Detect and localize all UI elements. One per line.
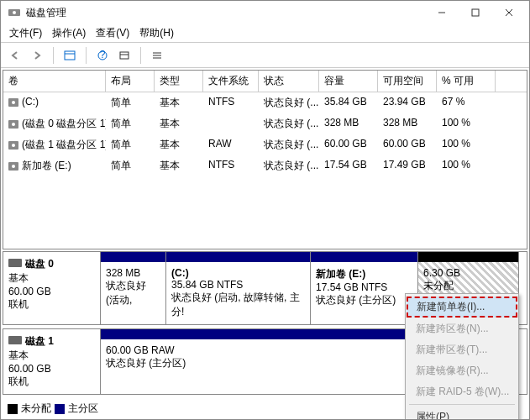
partition[interactable]: (C:)35.84 GB NTFS状态良好 (启动, 故障转储, 主分! [166,252,311,324]
partition[interactable]: 328 MB状态良好 (活动, [101,252,166,324]
col-pct[interactable]: % 可用 [437,71,496,92]
legend-unalloc: 未分配 [21,402,51,416]
ctx-properties[interactable]: 属性(P) [406,407,518,420]
svg-text:?: ? [100,50,106,60]
col-type[interactable]: 类型 [155,71,203,92]
toolbar: ? [1,43,529,68]
col-volume[interactable]: 卷 [3,71,106,92]
minimize-button[interactable] [425,2,459,24]
disk-info: 磁盘 1基本60.00 GB联机 [3,329,101,394]
ctx-item: 新建 RAID-5 卷(W)... [406,381,518,402]
col-fs[interactable]: 文件系统 [203,71,259,92]
table-row[interactable]: 新加卷 (E:)简单基本NTFS状态良好 (...17.54 GB17.49 G… [3,155,527,176]
volume-table: 卷 布局 类型 文件系统 状态 容量 可用空间 % 可用 (C:)简单基本NTF… [3,70,527,249]
ctx-item: 新建镜像卷(R)... [406,360,518,381]
partition[interactable]: 新加卷 (E:)17.54 GB NTFS状态良好 (主分区) [311,252,418,324]
svg-rect-3 [472,9,479,16]
maximize-button[interactable] [459,2,492,24]
ctx-item: 新建跨区卷(N)... [406,318,518,339]
forward-button[interactable] [28,46,46,65]
table-row[interactable]: (C:)简单基本NTFS状态良好 (...35.84 GB23.94 GB67 … [3,92,527,113]
window-title: 磁盘管理 [26,6,425,20]
menubar: 文件(F) 操作(A) 查看(V) 帮助(H) [1,24,529,43]
ctx-item: 新建带区卷(T)... [406,339,518,360]
volume-icon [8,120,18,129]
context-menu: 新建简单卷(I)...新建跨区卷(N)...新建带区卷(T)...新建镜像卷(R… [405,293,519,420]
table-body: (C:)简单基本NTFS状态良好 (...35.84 GB23.94 GB67 … [3,92,527,249]
swatch-unalloc [8,404,18,414]
table-row[interactable]: (磁盘 1 磁盘分区 1)简单基本RAW状态良好 (...60.00 GB60.… [3,134,527,155]
disk-info: 磁盘 0基本60.00 GB联机 [3,252,101,324]
menu-file[interactable]: 文件(F) [4,24,47,42]
col-layout[interactable]: 布局 [106,71,155,92]
svg-rect-6 [65,51,75,60]
svg-point-1 [13,11,16,14]
disk-icon [8,336,22,344]
menu-view[interactable]: 查看(V) [91,24,134,42]
panel-button[interactable] [60,46,79,65]
table-row[interactable]: (磁盘 0 磁盘分区 1)简单基本状态良好 (...328 MB328 MB10… [3,113,527,134]
close-button[interactable] [492,2,526,24]
ctx-item[interactable]: 新建简单卷(I)... [407,297,517,318]
menu-help[interactable]: 帮助(H) [134,24,179,42]
table-header: 卷 布局 类型 文件系统 状态 容量 可用空间 % 可用 [3,71,527,92]
list-button[interactable] [148,46,166,65]
volume-icon [8,98,18,107]
menu-action[interactable]: 操作(A) [47,24,91,42]
volume-icon [8,141,18,150]
legend-primary: 主分区 [68,402,98,416]
help-button[interactable]: ? [93,46,112,65]
volume-icon [8,162,18,171]
view-button[interactable] [115,46,134,65]
disk-icon [8,259,22,267]
svg-rect-10 [120,52,129,59]
back-button[interactable] [6,46,24,65]
swatch-primary [55,404,65,414]
col-capacity[interactable]: 容量 [319,71,378,92]
app-icon [8,6,21,19]
col-status[interactable]: 状态 [259,71,319,92]
titlebar: 磁盘管理 [1,1,529,24]
col-free[interactable]: 可用空间 [378,71,437,92]
